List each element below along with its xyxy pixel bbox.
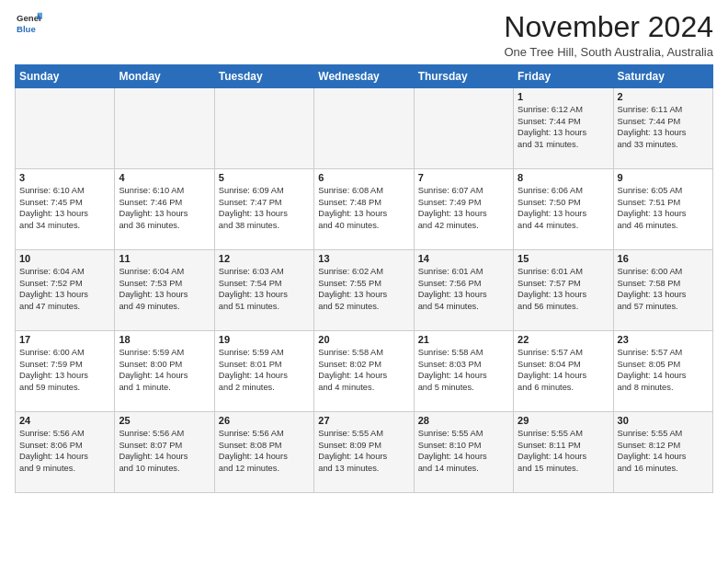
day-number: 19	[219, 334, 310, 345]
location: One Tree Hill, South Australia, Australi…	[504, 45, 713, 59]
table-row	[314, 88, 414, 169]
day-info: Sunrise: 5:55 AM Sunset: 8:10 PM Dayligh…	[418, 428, 509, 474]
day-number: 4	[119, 172, 210, 183]
day-number: 21	[418, 334, 509, 345]
day-info: Sunrise: 6:01 AM Sunset: 7:56 PM Dayligh…	[418, 266, 509, 312]
table-row: 5Sunrise: 6:09 AM Sunset: 7:47 PM Daylig…	[214, 169, 313, 250]
svg-text:Blue: Blue	[17, 24, 36, 34]
day-number: 9	[618, 172, 709, 183]
day-number: 13	[318, 253, 409, 264]
day-info: Sunrise: 6:06 AM Sunset: 7:50 PM Dayligh…	[518, 185, 609, 231]
calendar-week-row: 24Sunrise: 5:56 AM Sunset: 8:06 PM Dayli…	[16, 412, 713, 493]
day-info: Sunrise: 5:56 AM Sunset: 8:07 PM Dayligh…	[119, 428, 210, 474]
table-row: 6Sunrise: 6:08 AM Sunset: 7:48 PM Daylig…	[314, 169, 414, 250]
table-row	[115, 88, 214, 169]
day-number: 17	[19, 334, 110, 345]
day-info: Sunrise: 5:56 AM Sunset: 8:08 PM Dayligh…	[219, 428, 310, 474]
table-row: 11Sunrise: 6:04 AM Sunset: 7:53 PM Dayli…	[115, 250, 214, 331]
day-info: Sunrise: 6:10 AM Sunset: 7:45 PM Dayligh…	[19, 185, 110, 231]
day-number: 12	[219, 253, 310, 264]
header-monday: Monday	[115, 65, 214, 88]
day-number: 14	[418, 253, 509, 264]
day-info: Sunrise: 6:00 AM Sunset: 7:58 PM Dayligh…	[618, 266, 709, 312]
day-info: Sunrise: 6:10 AM Sunset: 7:46 PM Dayligh…	[119, 185, 210, 231]
day-number: 8	[518, 172, 609, 183]
table-row	[16, 88, 115, 169]
table-row: 25Sunrise: 5:56 AM Sunset: 8:07 PM Dayli…	[115, 412, 214, 493]
calendar-table: Sunday Monday Tuesday Wednesday Thursday…	[15, 64, 713, 493]
table-row	[414, 88, 513, 169]
table-row: 14Sunrise: 6:01 AM Sunset: 7:56 PM Dayli…	[414, 250, 513, 331]
header-wednesday: Wednesday	[314, 65, 414, 88]
day-number: 25	[119, 415, 210, 426]
day-info: Sunrise: 5:58 AM Sunset: 8:02 PM Dayligh…	[318, 347, 409, 393]
table-row: 3Sunrise: 6:10 AM Sunset: 7:45 PM Daylig…	[16, 169, 115, 250]
day-number: 26	[219, 415, 310, 426]
calendar-week-row: 1Sunrise: 6:12 AM Sunset: 7:44 PM Daylig…	[16, 88, 713, 169]
day-number: 5	[219, 172, 310, 183]
header: General Blue November 2024 One Tree Hill…	[15, 11, 713, 59]
day-info: Sunrise: 6:01 AM Sunset: 7:57 PM Dayligh…	[518, 266, 609, 312]
day-number: 7	[418, 172, 509, 183]
day-number: 30	[618, 415, 709, 426]
day-number: 18	[119, 334, 210, 345]
table-row: 1Sunrise: 6:12 AM Sunset: 7:44 PM Daylig…	[514, 88, 613, 169]
day-info: Sunrise: 6:03 AM Sunset: 7:54 PM Dayligh…	[219, 266, 310, 312]
table-row: 13Sunrise: 6:02 AM Sunset: 7:55 PM Dayli…	[314, 250, 414, 331]
day-number: 23	[618, 334, 709, 345]
day-info: Sunrise: 5:58 AM Sunset: 8:03 PM Dayligh…	[418, 347, 509, 393]
day-number: 22	[518, 334, 609, 345]
table-row: 20Sunrise: 5:58 AM Sunset: 8:02 PM Dayli…	[314, 331, 414, 412]
calendar-week-row: 3Sunrise: 6:10 AM Sunset: 7:45 PM Daylig…	[16, 169, 713, 250]
header-friday: Friday	[514, 65, 613, 88]
day-info: Sunrise: 5:59 AM Sunset: 8:01 PM Dayligh…	[219, 347, 310, 393]
day-number: 16	[618, 253, 709, 264]
day-info: Sunrise: 6:07 AM Sunset: 7:49 PM Dayligh…	[418, 185, 509, 231]
day-info: Sunrise: 6:04 AM Sunset: 7:53 PM Dayligh…	[119, 266, 210, 312]
page: General Blue November 2024 One Tree Hill…	[0, 0, 728, 502]
table-row: 18Sunrise: 5:59 AM Sunset: 8:00 PM Dayli…	[115, 331, 214, 412]
day-number: 20	[318, 334, 409, 345]
table-row: 24Sunrise: 5:56 AM Sunset: 8:06 PM Dayli…	[16, 412, 115, 493]
day-info: Sunrise: 5:56 AM Sunset: 8:06 PM Dayligh…	[19, 428, 110, 474]
header-saturday: Saturday	[613, 65, 712, 88]
table-row: 17Sunrise: 6:00 AM Sunset: 7:59 PM Dayli…	[16, 331, 115, 412]
table-row: 9Sunrise: 6:05 AM Sunset: 7:51 PM Daylig…	[613, 169, 712, 250]
day-number: 27	[318, 415, 409, 426]
table-row: 10Sunrise: 6:04 AM Sunset: 7:52 PM Dayli…	[16, 250, 115, 331]
table-row: 16Sunrise: 6:00 AM Sunset: 7:58 PM Dayli…	[613, 250, 712, 331]
day-info: Sunrise: 5:55 AM Sunset: 8:12 PM Dayligh…	[618, 428, 709, 474]
day-info: Sunrise: 5:57 AM Sunset: 8:05 PM Dayligh…	[618, 347, 709, 393]
table-row: 8Sunrise: 6:06 AM Sunset: 7:50 PM Daylig…	[514, 169, 613, 250]
day-info: Sunrise: 6:08 AM Sunset: 7:48 PM Dayligh…	[318, 185, 409, 231]
day-number: 6	[318, 172, 409, 183]
day-info: Sunrise: 5:57 AM Sunset: 8:04 PM Dayligh…	[518, 347, 609, 393]
day-info: Sunrise: 5:59 AM Sunset: 8:00 PM Dayligh…	[119, 347, 210, 393]
table-row: 19Sunrise: 5:59 AM Sunset: 8:01 PM Dayli…	[214, 331, 313, 412]
table-row: 15Sunrise: 6:01 AM Sunset: 7:57 PM Dayli…	[514, 250, 613, 331]
day-info: Sunrise: 6:11 AM Sunset: 7:44 PM Dayligh…	[618, 104, 709, 150]
table-row: 28Sunrise: 5:55 AM Sunset: 8:10 PM Dayli…	[414, 412, 513, 493]
table-row: 2Sunrise: 6:11 AM Sunset: 7:44 PM Daylig…	[613, 88, 712, 169]
day-number: 2	[618, 91, 709, 102]
calendar-week-row: 10Sunrise: 6:04 AM Sunset: 7:52 PM Dayli…	[16, 250, 713, 331]
month-title: November 2024	[504, 11, 713, 43]
header-tuesday: Tuesday	[214, 65, 313, 88]
table-row: 21Sunrise: 5:58 AM Sunset: 8:03 PM Dayli…	[414, 331, 513, 412]
day-info: Sunrise: 5:55 AM Sunset: 8:11 PM Dayligh…	[518, 428, 609, 474]
day-info: Sunrise: 6:09 AM Sunset: 7:47 PM Dayligh…	[219, 185, 310, 231]
header-sunday: Sunday	[16, 65, 115, 88]
day-number: 28	[418, 415, 509, 426]
day-info: Sunrise: 5:55 AM Sunset: 8:09 PM Dayligh…	[318, 428, 409, 474]
table-row: 27Sunrise: 5:55 AM Sunset: 8:09 PM Dayli…	[314, 412, 414, 493]
table-row: 12Sunrise: 6:03 AM Sunset: 7:54 PM Dayli…	[214, 250, 313, 331]
day-info: Sunrise: 6:00 AM Sunset: 7:59 PM Dayligh…	[19, 347, 110, 393]
day-number: 10	[19, 253, 110, 264]
day-info: Sunrise: 6:12 AM Sunset: 7:44 PM Dayligh…	[518, 104, 609, 150]
table-row: 4Sunrise: 6:10 AM Sunset: 7:46 PM Daylig…	[115, 169, 214, 250]
table-row: 22Sunrise: 5:57 AM Sunset: 8:04 PM Dayli…	[514, 331, 613, 412]
weekday-header-row: Sunday Monday Tuesday Wednesday Thursday…	[16, 65, 713, 88]
day-number: 1	[518, 91, 609, 102]
header-thursday: Thursday	[414, 65, 513, 88]
table-row: 23Sunrise: 5:57 AM Sunset: 8:05 PM Dayli…	[613, 331, 712, 412]
